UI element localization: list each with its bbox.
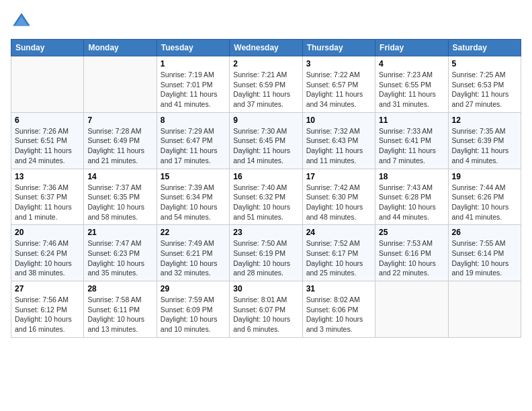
day-info: Sunrise: 7:19 AMSunset: 7:01 PMDaylight:… bbox=[161, 70, 226, 109]
calendar-table: SundayMondayTuesdayWednesdayThursdayFrid… bbox=[11, 39, 521, 338]
day-info: Sunrise: 7:50 AMSunset: 6:19 PMDaylight:… bbox=[233, 238, 298, 278]
logo-icon bbox=[11, 11, 32, 32]
day-number: 1 bbox=[161, 59, 226, 68]
day-of-week-header: Wednesday bbox=[230, 40, 302, 56]
calendar-day-cell: 26Sunrise: 7:55 AMSunset: 6:14 PMDayligh… bbox=[448, 225, 521, 281]
day-of-week-header: Friday bbox=[375, 40, 448, 56]
day-info: Sunrise: 7:28 AMSunset: 6:49 PMDaylight:… bbox=[87, 126, 152, 166]
day-number: 17 bbox=[306, 172, 371, 181]
calendar-week-row: 27Sunrise: 7:56 AMSunset: 6:12 PMDayligh… bbox=[11, 281, 521, 338]
calendar-day-cell: 15Sunrise: 7:39 AMSunset: 6:34 PMDayligh… bbox=[157, 169, 229, 225]
day-number: 11 bbox=[379, 116, 444, 125]
calendar-day-cell: 2Sunrise: 7:21 AMSunset: 6:59 PMDaylight… bbox=[230, 56, 302, 113]
day-number: 14 bbox=[87, 172, 152, 181]
day-info: Sunrise: 7:35 AMSunset: 6:39 PMDaylight:… bbox=[452, 126, 517, 166]
day-of-week-header: Tuesday bbox=[157, 40, 229, 56]
day-number: 15 bbox=[161, 172, 226, 181]
day-number: 3 bbox=[306, 59, 371, 68]
calendar-day-cell: 10Sunrise: 7:32 AMSunset: 6:43 PMDayligh… bbox=[302, 112, 375, 169]
day-info: Sunrise: 7:37 AMSunset: 6:35 PMDaylight:… bbox=[87, 183, 152, 222]
day-of-week-header: Monday bbox=[84, 40, 157, 56]
calendar-day-cell: 31Sunrise: 8:02 AMSunset: 6:06 PMDayligh… bbox=[302, 281, 375, 338]
day-number: 30 bbox=[233, 284, 298, 293]
calendar-day-cell bbox=[11, 56, 84, 113]
calendar-day-cell: 23Sunrise: 7:50 AMSunset: 6:19 PMDayligh… bbox=[230, 225, 302, 281]
day-info: Sunrise: 7:21 AMSunset: 6:59 PMDaylight:… bbox=[233, 70, 298, 109]
day-info: Sunrise: 7:58 AMSunset: 6:11 PMDaylight:… bbox=[87, 295, 152, 334]
calendar-day-cell: 18Sunrise: 7:43 AMSunset: 6:28 PMDayligh… bbox=[375, 169, 448, 225]
day-info: Sunrise: 7:52 AMSunset: 6:17 PMDaylight:… bbox=[306, 238, 371, 278]
day-info: Sunrise: 7:44 AMSunset: 6:26 PMDaylight:… bbox=[452, 183, 517, 222]
day-number: 16 bbox=[233, 172, 298, 181]
calendar-day-cell: 1Sunrise: 7:19 AMSunset: 7:01 PMDaylight… bbox=[157, 56, 229, 113]
logo bbox=[11, 11, 35, 32]
calendar-day-cell bbox=[84, 56, 157, 113]
day-info: Sunrise: 7:49 AMSunset: 6:21 PMDaylight:… bbox=[161, 238, 226, 278]
day-number: 4 bbox=[379, 59, 444, 68]
day-info: Sunrise: 7:43 AMSunset: 6:28 PMDaylight:… bbox=[379, 183, 444, 222]
day-number: 8 bbox=[161, 116, 226, 125]
day-number: 9 bbox=[233, 116, 298, 125]
day-number: 25 bbox=[379, 228, 444, 237]
day-info: Sunrise: 7:46 AMSunset: 6:24 PMDaylight:… bbox=[15, 238, 80, 278]
calendar-day-cell: 11Sunrise: 7:33 AMSunset: 6:41 PMDayligh… bbox=[375, 112, 448, 169]
day-number: 13 bbox=[15, 172, 80, 181]
calendar-day-cell: 12Sunrise: 7:35 AMSunset: 6:39 PMDayligh… bbox=[448, 112, 521, 169]
day-info: Sunrise: 7:29 AMSunset: 6:47 PMDaylight:… bbox=[161, 126, 226, 166]
day-info: Sunrise: 7:30 AMSunset: 6:45 PMDaylight:… bbox=[233, 126, 298, 166]
day-info: Sunrise: 7:39 AMSunset: 6:34 PMDaylight:… bbox=[161, 183, 226, 222]
day-info: Sunrise: 7:55 AMSunset: 6:14 PMDaylight:… bbox=[452, 238, 517, 278]
day-info: Sunrise: 7:53 AMSunset: 6:16 PMDaylight:… bbox=[379, 238, 444, 278]
day-number: 28 bbox=[87, 284, 152, 293]
day-info: Sunrise: 7:23 AMSunset: 6:55 PMDaylight:… bbox=[379, 70, 444, 109]
calendar-day-cell bbox=[375, 281, 448, 338]
calendar-day-cell: 25Sunrise: 7:53 AMSunset: 6:16 PMDayligh… bbox=[375, 225, 448, 281]
day-number: 31 bbox=[306, 284, 371, 293]
day-of-week-header: Saturday bbox=[448, 40, 521, 56]
day-of-week-header: Thursday bbox=[302, 40, 375, 56]
calendar-day-cell: 19Sunrise: 7:44 AMSunset: 6:26 PMDayligh… bbox=[448, 169, 521, 225]
calendar-day-cell: 27Sunrise: 7:56 AMSunset: 6:12 PMDayligh… bbox=[11, 281, 84, 338]
day-number: 5 bbox=[452, 59, 517, 68]
calendar-day-cell: 28Sunrise: 7:58 AMSunset: 6:11 PMDayligh… bbox=[84, 281, 157, 338]
day-number: 20 bbox=[15, 228, 80, 237]
day-number: 19 bbox=[452, 172, 517, 181]
calendar-header-row: SundayMondayTuesdayWednesdayThursdayFrid… bbox=[11, 40, 521, 56]
day-info: Sunrise: 7:33 AMSunset: 6:41 PMDaylight:… bbox=[379, 126, 444, 166]
day-of-week-header: Sunday bbox=[11, 40, 84, 56]
calendar-day-cell bbox=[448, 281, 521, 338]
day-number: 6 bbox=[15, 116, 80, 125]
calendar-day-cell: 30Sunrise: 8:01 AMSunset: 6:07 PMDayligh… bbox=[230, 281, 302, 338]
calendar-day-cell: 9Sunrise: 7:30 AMSunset: 6:45 PMDaylight… bbox=[230, 112, 302, 169]
day-number: 23 bbox=[233, 228, 298, 237]
calendar-day-cell: 24Sunrise: 7:52 AMSunset: 6:17 PMDayligh… bbox=[302, 225, 375, 281]
calendar-day-cell: 17Sunrise: 7:42 AMSunset: 6:30 PMDayligh… bbox=[302, 169, 375, 225]
calendar-day-cell: 7Sunrise: 7:28 AMSunset: 6:49 PMDaylight… bbox=[84, 112, 157, 169]
calendar-day-cell: 14Sunrise: 7:37 AMSunset: 6:35 PMDayligh… bbox=[84, 169, 157, 225]
calendar-day-cell: 8Sunrise: 7:29 AMSunset: 6:47 PMDaylight… bbox=[157, 112, 229, 169]
calendar-day-cell: 29Sunrise: 7:59 AMSunset: 6:09 PMDayligh… bbox=[157, 281, 229, 338]
day-number: 21 bbox=[87, 228, 152, 237]
calendar-day-cell: 13Sunrise: 7:36 AMSunset: 6:37 PMDayligh… bbox=[11, 169, 84, 225]
page-header bbox=[11, 11, 521, 32]
day-number: 26 bbox=[452, 228, 517, 237]
day-info: Sunrise: 7:25 AMSunset: 6:53 PMDaylight:… bbox=[452, 70, 517, 109]
day-info: Sunrise: 7:32 AMSunset: 6:43 PMDaylight:… bbox=[306, 126, 371, 166]
day-number: 22 bbox=[161, 228, 226, 237]
day-info: Sunrise: 7:22 AMSunset: 6:57 PMDaylight:… bbox=[306, 70, 371, 109]
day-info: Sunrise: 7:40 AMSunset: 6:32 PMDaylight:… bbox=[233, 183, 298, 222]
day-number: 12 bbox=[452, 116, 517, 125]
day-number: 2 bbox=[233, 59, 298, 68]
calendar-day-cell: 21Sunrise: 7:47 AMSunset: 6:23 PMDayligh… bbox=[84, 225, 157, 281]
day-info: Sunrise: 7:26 AMSunset: 6:51 PMDaylight:… bbox=[15, 126, 80, 166]
day-info: Sunrise: 8:02 AMSunset: 6:06 PMDaylight:… bbox=[306, 295, 371, 334]
calendar-day-cell: 16Sunrise: 7:40 AMSunset: 6:32 PMDayligh… bbox=[230, 169, 302, 225]
day-info: Sunrise: 8:01 AMSunset: 6:07 PMDaylight:… bbox=[233, 295, 298, 334]
calendar-day-cell: 20Sunrise: 7:46 AMSunset: 6:24 PMDayligh… bbox=[11, 225, 84, 281]
day-info: Sunrise: 7:42 AMSunset: 6:30 PMDaylight:… bbox=[306, 183, 371, 222]
day-info: Sunrise: 7:36 AMSunset: 6:37 PMDaylight:… bbox=[15, 183, 80, 222]
calendar-week-row: 20Sunrise: 7:46 AMSunset: 6:24 PMDayligh… bbox=[11, 225, 521, 281]
calendar-day-cell: 3Sunrise: 7:22 AMSunset: 6:57 PMDaylight… bbox=[302, 56, 375, 113]
calendar-day-cell: 6Sunrise: 7:26 AMSunset: 6:51 PMDaylight… bbox=[11, 112, 84, 169]
day-number: 29 bbox=[161, 284, 226, 293]
